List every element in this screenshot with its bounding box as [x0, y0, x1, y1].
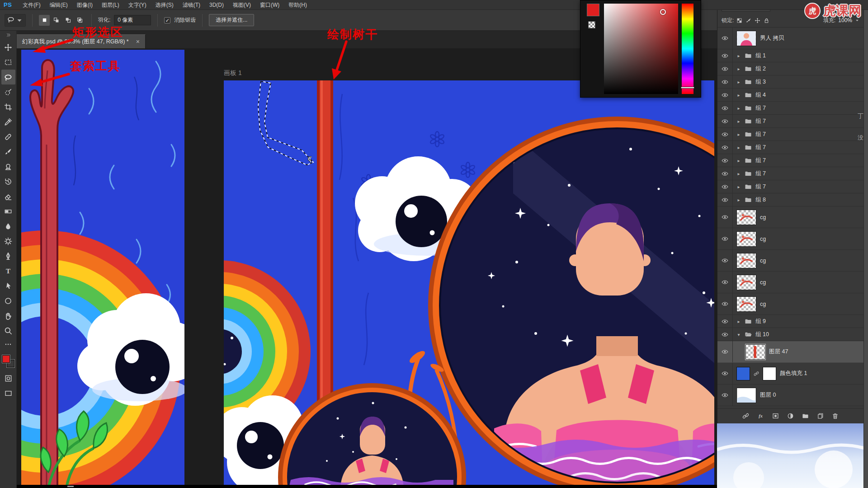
chevron-right-icon[interactable]: ▸	[736, 145, 741, 150]
active-tool-preview[interactable]	[5, 14, 26, 27]
hand-tool[interactable]	[1, 308, 15, 323]
menu-item[interactable]: 图像(I)	[72, 0, 97, 10]
hue-slider[interactable]	[682, 4, 693, 94]
foreground-color-swatch[interactable]	[2, 355, 10, 363]
eraser-tool[interactable]	[1, 189, 15, 204]
visibility-toggle[interactable]	[717, 167, 733, 180]
visibility-toggle[interactable]	[717, 89, 733, 101]
visibility-toggle[interactable]	[717, 206, 733, 228]
visibility-toggle[interactable]	[717, 62, 733, 75]
lock-move-icon[interactable]	[755, 18, 760, 23]
lasso-tool[interactable]	[1, 70, 15, 84]
chevron-right-icon[interactable]: ▸	[736, 66, 741, 71]
close-icon[interactable]: ×	[136, 38, 140, 45]
artboard-label[interactable]: 画板 1	[224, 69, 242, 77]
stamp-tool[interactable]	[1, 159, 15, 174]
left-artboard-art[interactable]	[21, 50, 184, 488]
menu-item[interactable]: 编辑(E)	[45, 0, 72, 10]
layer-row[interactable]: ▸组 7	[717, 102, 863, 115]
visibility-toggle[interactable]	[717, 341, 733, 362]
marquee-tool[interactable]	[1, 55, 15, 70]
lock-lock-icon[interactable]	[764, 18, 769, 23]
screen-mode-tool[interactable]	[1, 386, 15, 401]
chevron-right-icon[interactable]: ▸	[736, 319, 741, 324]
heal-tool[interactable]	[1, 129, 15, 144]
fx-icon[interactable]: fx	[757, 413, 764, 419]
layer-thumbnail[interactable]	[745, 344, 765, 360]
gradient-tool[interactable]	[1, 204, 15, 219]
menu-item[interactable]: 文件(F)	[18, 0, 45, 10]
layer-thumbnail[interactable]	[736, 231, 756, 247]
visibility-toggle[interactable]	[717, 363, 733, 384]
visibility-toggle[interactable]	[717, 228, 733, 249]
layer-row[interactable]: cg	[717, 250, 863, 272]
chevron-right-icon[interactable]: ▸	[736, 80, 741, 84]
new-layer-icon[interactable]	[817, 413, 824, 419]
edit-toolbar-button[interactable]	[5, 340, 12, 351]
link-icon[interactable]	[742, 413, 749, 419]
menu-item[interactable]: 视图(V)	[228, 0, 255, 10]
pattern-icon[interactable]	[588, 21, 595, 28]
visibility-toggle[interactable]	[717, 293, 733, 314]
collapsed-dock[interactable]	[863, 0, 868, 488]
path-select-tool[interactable]	[1, 278, 15, 293]
layer-mask-thumbnail[interactable]	[763, 367, 776, 380]
layer-row[interactable]: 颜色填充 1	[717, 363, 863, 385]
menu-item[interactable]: 图层(L)	[97, 0, 124, 10]
saturation-field[interactable]	[604, 4, 678, 94]
visibility-toggle[interactable]	[717, 315, 733, 328]
layer-row[interactable]: ▸组 8	[717, 193, 863, 206]
folder-icon[interactable]	[802, 413, 809, 419]
lock-checker-icon[interactable]	[736, 18, 742, 23]
visibility-toggle[interactable]	[717, 115, 733, 127]
visibility-toggle[interactable]	[717, 128, 733, 141]
layer-row[interactable]: ▸组 4	[717, 89, 863, 102]
move-tool[interactable]	[1, 40, 15, 55]
layer-row[interactable]: ▸组 9	[717, 315, 863, 328]
visibility-toggle[interactable]	[717, 141, 733, 154]
canvas-area[interactable]: 画板 1	[17, 48, 717, 488]
layer-row[interactable]: ▸组 1	[717, 49, 863, 62]
shape-tool[interactable]	[1, 293, 15, 308]
lock-brush-icon[interactable]	[745, 18, 751, 23]
hue-marker[interactable]	[681, 87, 694, 89]
crop-tool[interactable]	[1, 99, 15, 114]
chevron-right-icon[interactable]: ▸	[736, 119, 741, 124]
edge-panel-tab[interactable]: 丁	[858, 112, 863, 120]
history-brush-tool[interactable]	[1, 174, 15, 189]
current-color-swatch[interactable]	[587, 4, 599, 16]
main-canvas-art[interactable]	[224, 80, 714, 488]
visibility-toggle[interactable]	[717, 49, 733, 62]
chevron-right-icon[interactable]: ▸	[736, 106, 741, 111]
zoom-tool[interactable]	[1, 323, 15, 338]
blur-tool[interactable]	[1, 219, 15, 234]
layer-thumbnail[interactable]	[736, 296, 756, 312]
layer-row[interactable]: cg	[717, 206, 863, 228]
layer-row[interactable]: cg	[717, 228, 863, 250]
layer-thumbnail[interactable]	[736, 31, 756, 46]
layer-row[interactable]: ▸组 7	[717, 154, 863, 167]
eyedropper-tool[interactable]	[1, 114, 15, 129]
select-and-mask-button[interactable]: 选择并遮住...	[209, 14, 254, 26]
menu-item[interactable]: 滤镜(T)	[178, 0, 205, 10]
layer-row[interactable]: ▸组 7	[717, 128, 863, 141]
menu-item[interactable]: 3D(D)	[205, 0, 228, 10]
chevron-right-icon[interactable]: ▸	[736, 158, 741, 163]
sel-new-button[interactable]	[39, 15, 50, 26]
chevron-right-icon[interactable]: ▸	[736, 93, 741, 98]
menu-item[interactable]: 文字(Y)	[124, 0, 151, 10]
visibility-toggle[interactable]	[717, 193, 733, 206]
layer-row[interactable]: ▸组 7	[717, 180, 863, 193]
collapse-panel-button[interactable]	[0, 31, 16, 40]
layer-row[interactable]: ▸组 7	[717, 167, 863, 180]
brush-tool[interactable]	[1, 144, 15, 159]
dodge-tool[interactable]	[1, 234, 15, 249]
chevron-right-icon[interactable]: ▸	[736, 184, 741, 189]
chevron-right-icon[interactable]: ▸	[736, 171, 741, 176]
trash-icon[interactable]	[832, 413, 839, 419]
layer-row[interactable]: ▸组 3	[717, 75, 863, 89]
layer-row[interactable]: cg	[717, 293, 863, 315]
visibility-toggle[interactable]	[717, 75, 733, 88]
type-tool[interactable]: T	[1, 263, 15, 278]
quick-select-tool[interactable]	[1, 84, 15, 99]
